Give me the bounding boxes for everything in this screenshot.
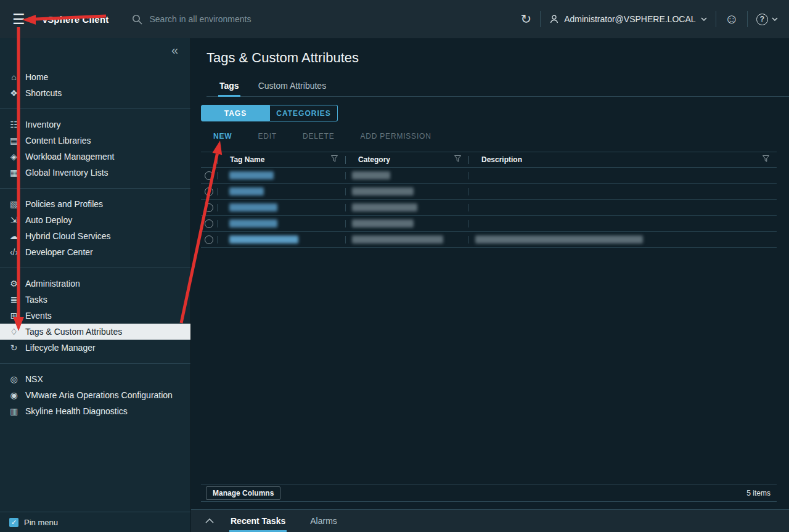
redacted-tag-name: [229, 187, 264, 195]
sidebar-item-developer-center[interactable]: ‹/› Developer Center: [0, 244, 190, 260]
manage-columns-button[interactable]: Manage Columns: [206, 486, 280, 500]
sidebar-item-label: Global Inventory Lists: [25, 168, 108, 178]
redacted-category: [352, 235, 443, 243]
column-header-category[interactable]: Category: [345, 152, 468, 167]
header-divider: [716, 11, 716, 27]
row-radio[interactable]: [205, 203, 213, 212]
sidebar-item-hybrid-cloud-services[interactable]: ☁ Hybrid Cloud Services: [0, 228, 190, 244]
redacted-category: [352, 219, 414, 227]
main-content: Tags & Custom Attributes Tags Custom Att…: [191, 38, 789, 509]
tab-tags[interactable]: Tags: [218, 81, 240, 96]
sidebar-item-label: Events: [25, 311, 52, 321]
redacted-description: [475, 235, 643, 243]
brand-logo: vSphere Client: [43, 14, 109, 25]
new-button[interactable]: NEW: [213, 132, 232, 141]
sidebar-item-label: Home: [25, 72, 48, 82]
sidebar-item-content-libraries[interactable]: ▤ Content Libraries: [0, 133, 190, 149]
sidebar-item-label: Inventory: [25, 120, 61, 129]
tasks-icon: ≣: [8, 295, 20, 305]
collapse-sidebar-button[interactable]: «: [171, 44, 178, 56]
sidebar-item-label: Auto Deploy: [25, 215, 72, 225]
sidebar-item-shortcuts[interactable]: ❖ Shortcuts: [0, 85, 190, 101]
refresh-button[interactable]: ↻: [521, 12, 532, 27]
sidebar-item-label: Workload Management: [25, 152, 114, 162]
tags-table: Tag Name Category Descri: [201, 152, 777, 502]
sidebar-item-label: Developer Center: [25, 247, 93, 257]
nsx-icon: ◎: [8, 374, 20, 384]
edit-button[interactable]: EDIT: [258, 132, 277, 141]
column-label: Description: [481, 155, 522, 164]
user-menu[interactable]: Administrator@VSPHERE.LOCAL: [549, 14, 706, 24]
sidebar-item-workload-management[interactable]: ◈ Workload Management: [0, 149, 190, 165]
inventory-icon: ☷: [8, 120, 20, 129]
table-row: [201, 232, 777, 248]
sidebar-group-inventory: ☷ Inventory ▤ Content Libraries ◈ Worklo…: [0, 108, 190, 188]
search-input[interactable]: [149, 14, 465, 24]
sidebar-item-nsx[interactable]: ◎ NSX: [0, 371, 190, 387]
table-header: Tag Name Category Descri: [201, 152, 777, 168]
table-row: [201, 216, 777, 232]
sidebar-item-vmware-aria-operations-configuration[interactable]: ◉ VMware Aria Operations Configuration: [0, 387, 190, 403]
expand-panel-button[interactable]: [198, 510, 221, 532]
sidebar-item-policies-and-profiles[interactable]: ▧ Policies and Profiles: [0, 196, 190, 212]
sidebar-item-administration[interactable]: ⚙ Administration: [0, 276, 190, 292]
sidebar-item-label: Content Libraries: [25, 136, 91, 145]
sidebar-item-lifecycle-manager[interactable]: ↻ Lifecycle Manager: [0, 340, 190, 356]
feedback-button[interactable]: ☺: [725, 11, 738, 27]
table-action-bar: NEW EDIT DELETE ADD PERMISSION: [213, 132, 777, 141]
sidebar-item-tags-custom-attributes[interactable]: ♢ Tags & Custom Attributes: [0, 324, 190, 340]
user-icon: [549, 14, 559, 24]
row-radio[interactable]: [205, 171, 213, 180]
workload-management-icon: ◈: [8, 152, 20, 162]
sidebar-item-tasks[interactable]: ≣ Tasks: [0, 292, 190, 308]
sidebar-item-skyline-health-diagnostics[interactable]: ▥ Skyline Health Diagnostics: [0, 403, 190, 419]
segment-tags[interactable]: TAGS: [201, 105, 270, 121]
feedback-smiley-icon: ☺: [725, 11, 738, 27]
global-search[interactable]: [132, 14, 465, 25]
sidebar-item-events[interactable]: ⊞ Events: [0, 308, 190, 324]
row-radio[interactable]: [205, 235, 213, 244]
delete-button[interactable]: DELETE: [303, 132, 334, 141]
chevron-down-icon: [701, 17, 707, 21]
row-radio[interactable]: [205, 187, 213, 196]
sidebar-item-home[interactable]: ⌂ Home: [0, 69, 190, 85]
events-icon: ⊞: [8, 311, 20, 321]
hamburger-menu-button[interactable]: ☰: [10, 12, 28, 27]
row-radio[interactable]: [205, 219, 213, 228]
tab-recent-tasks[interactable]: Recent Tasks: [229, 510, 287, 532]
sidebar-group-home: ⌂ Home ❖ Shortcuts: [0, 62, 190, 108]
column-separator: [468, 156, 469, 164]
pin-menu-row: ✓ Pin menu: [0, 512, 190, 532]
add-permission-button[interactable]: ADD PERMISSION: [360, 132, 431, 141]
redacted-tag-name: [229, 219, 277, 227]
administration-gear-icon: ⚙: [8, 279, 20, 289]
filter-funnel-icon[interactable]: [331, 155, 338, 164]
column-label: Tag Name: [230, 155, 264, 164]
table-row: [201, 200, 777, 216]
segment-categories[interactable]: CATEGORIES: [270, 105, 338, 121]
column-label: Category: [358, 155, 390, 164]
sidebar-item-auto-deploy[interactable]: ⇲ Auto Deploy: [0, 212, 190, 228]
pin-menu-checkbox[interactable]: ✓: [9, 518, 18, 527]
search-icon: [132, 14, 142, 25]
sidebar-item-label: Lifecycle Manager: [25, 343, 96, 353]
table-footer: Manage Columns 5 items: [201, 485, 777, 502]
sidebar-item-label: NSX: [25, 374, 43, 384]
radio-column-header: [201, 152, 217, 167]
tab-alarms[interactable]: Alarms: [309, 510, 338, 532]
column-separator: [217, 156, 218, 164]
column-separator: [345, 156, 346, 164]
filter-funnel-icon[interactable]: [454, 155, 461, 164]
column-header-tag-name[interactable]: Tag Name: [217, 152, 345, 167]
pin-menu-label: Pin menu: [24, 518, 58, 527]
redacted-category: [352, 187, 414, 195]
policies-profiles-icon: ▧: [8, 199, 20, 209]
column-header-description[interactable]: Description: [468, 152, 777, 167]
bottom-panel-tabs: Recent Tasks Alarms: [229, 510, 338, 532]
sidebar-group-administration: ⚙ Administration ≣ Tasks ⊞ Events ♢ Tags…: [0, 268, 190, 363]
sidebar-item-global-inventory-lists[interactable]: ▦ Global Inventory Lists: [0, 165, 190, 181]
sidebar-item-inventory[interactable]: ☷ Inventory: [0, 117, 190, 133]
help-menu[interactable]: ?: [756, 14, 778, 25]
tab-custom-attributes[interactable]: Custom Attributes: [257, 81, 328, 96]
filter-funnel-icon[interactable]: [762, 155, 769, 164]
